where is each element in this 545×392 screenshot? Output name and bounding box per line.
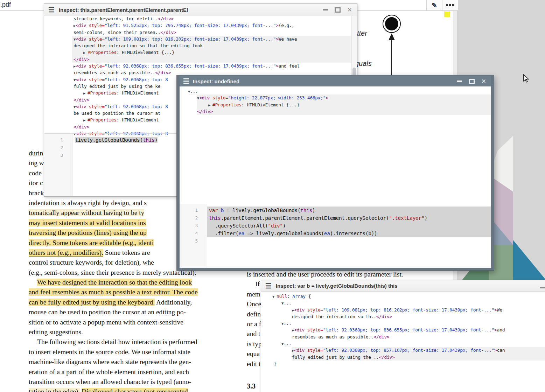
text-token: is typ [247, 340, 262, 348]
text-token: ▶ [208, 103, 212, 107]
text-token: designed the interaction so th.. [292, 314, 376, 319]
tree-node[interactable]: ▼<div style="left: 109.081px; top: 816.2… [72, 36, 352, 42]
text-token: > [276, 63, 279, 69]
tree-node[interactable]: ▼... [281, 340, 545, 347]
dom-tree-pane[interactable]: ▼...▼<div style="height: 22.877px; width… [180, 86, 491, 123]
tree-node[interactable]: ▶ #Properties: HTMLDivElement {...} [197, 102, 491, 108]
window-titlebar[interactable]: ☰ Inspect: var b = lively.getGlobalBound… [261, 280, 545, 292]
text-token: <div [294, 327, 307, 332]
editor-line[interactable]: 3 .querySelectorAll("div") [180, 222, 491, 230]
code-token: => lively.getGlobalBounds( [244, 231, 324, 236]
text-token: : HTMLDivElement {...} [242, 102, 300, 107]
text-token: Disallowed characters (not represented [82, 388, 188, 392]
text-token: ... [190, 89, 198, 94]
text-token: "left: 109.081px; top: 816.202px; font-s… [105, 36, 276, 42]
more-button[interactable] [442, 0, 458, 10]
tree-node[interactable]: } [274, 360, 545, 367]
tree-node[interactable]: ▼... [281, 320, 545, 327]
minimize-button[interactable] [540, 287, 545, 288]
window-titlebar[interactable]: ☰ Inspect: undefined ✕ [180, 76, 491, 86]
text-token: eration of a a part of the whole element… [29, 368, 189, 376]
tree-node[interactable]: </div> [72, 56, 352, 63]
inspector-window-2[interactable]: ☰ Inspect: undefined ✕ ▼...▼<div style="… [177, 75, 494, 271]
tree-node[interactable]: resembles as much as possible..</div> [292, 334, 545, 340]
menu-icon[interactable]: ☰ [183, 78, 189, 85]
paper-text-line: to insert elements in the source code. W… [29, 347, 231, 357]
text-token: "left: 91.5253px; top: 795.748px; font-s… [105, 23, 276, 28]
text-token: </div> [74, 97, 89, 103]
maximize-button[interactable] [335, 7, 341, 13]
tree-node[interactable]: ▼<div style="height: 22.877px; width: 25… [197, 94, 491, 101]
code-token: .querySelectorAll( [209, 223, 268, 229]
text-token: "left: 109.081px; top: 816.202px; font-s… [323, 307, 494, 313]
paper-text-line: The following sections detail how intera… [29, 337, 231, 347]
text-token: <div [76, 77, 89, 82]
code-editor[interactable]: 1var b = lively.getGlobalBounds(this)2th… [180, 204, 491, 268]
text-token: fully edited just by using the .. [292, 355, 379, 360]
text-token: control structure keywords, for deletion… [29, 259, 154, 266]
tree-node[interactable]: designed the interaction so th..</div> [292, 313, 545, 320]
tree-node[interactable]: ▶<div style="left: 91.5253px; top: 795.7… [72, 22, 352, 29]
text-token: </div> [379, 355, 394, 360]
text-token: and [497, 327, 505, 332]
text-token: Array [292, 294, 306, 299]
tree-node[interactable]: ▶ #Properties: HTMLDivElement {...} [72, 49, 352, 56]
maximize-button[interactable] [469, 79, 475, 84]
tree-node[interactable]: ▶<div style="left: 92.0368px; top: 836.6… [72, 63, 352, 69]
text-token: others not (e.g., modifiers). [29, 249, 103, 257]
edit-button[interactable]: ✎ [426, 0, 442, 10]
tree-node[interactable]: semi-colons, since their presen..</div> [72, 29, 352, 36]
code-token: ) [312, 208, 315, 213]
tree-node[interactable]: ▶<div style="left: 92.0368px; top: 857.1… [292, 347, 545, 354]
tree-node[interactable]: ▶<div style="left: 109.081px; top: 816.2… [292, 307, 545, 313]
code-token: ).intersects(b)) [330, 231, 377, 236]
text-token: equa [247, 350, 260, 357]
text-token: traversing the positions (lines) using t… [29, 229, 147, 236]
text-token: and feel resembles as much as possible a… [29, 288, 198, 296]
tree-node[interactable]: ▼... [188, 88, 491, 94]
tree-node[interactable]: designed the interaction so that the edi… [72, 42, 352, 49]
code-text: var b = lively.getGlobalBounds(this) [207, 206, 491, 214]
tree-node[interactable]: ▼... [281, 300, 545, 306]
inspector-window-3[interactable]: ☰ Inspect: var b = lively.getGlobalBound… [261, 280, 545, 392]
close-button[interactable]: ✕ [347, 7, 352, 13]
code-token: this [209, 215, 221, 221]
editor-line[interactable]: 5 [180, 237, 491, 245]
text-token: itor c [29, 179, 43, 187]
tree-node[interactable]: structure keywords, for deleti..</div> [72, 15, 352, 22]
code-token: ea [324, 231, 330, 236]
window-titlebar[interactable]: ☰ Inspect: this.parentElement.parentElem… [44, 4, 357, 16]
code-text: .querySelectorAll("div") [207, 222, 491, 230]
object-tree-pane[interactable]: ▼ null: Array {▼...▶<div style="left: 10… [261, 291, 545, 392]
text-token: be used to position the cursor at [74, 111, 160, 116]
minimize-button[interactable] [323, 9, 328, 10]
line-number: 2 [180, 214, 207, 222]
text-token: defin [247, 310, 261, 318]
edge-line [391, 39, 392, 76]
paper-text-line: mouse can be used to position the cursor… [29, 307, 231, 317]
editor-line[interactable]: 2this.parentElement.parentElement.parent… [180, 214, 491, 222]
tree-node[interactable]: </div> [197, 108, 491, 115]
text-token: durin [29, 149, 43, 157]
selection-handle[interactable] [444, 12, 450, 17]
text-token: The following sections detail how intera… [37, 338, 197, 345]
code-token: b [221, 208, 224, 213]
text-token: edit t [247, 360, 261, 368]
close-button[interactable]: ✕ [481, 78, 486, 84]
text-token: semi-colons, since their presen.. [74, 30, 160, 35]
text-token: </div> [74, 57, 89, 62]
tree-node[interactable]: ▶<div style="left: 92.0368px; top: 836.6… [292, 327, 545, 333]
minimize-button[interactable] [457, 80, 462, 82]
menu-icon[interactable]: ☰ [265, 282, 272, 289]
menu-icon[interactable]: ☰ [48, 6, 55, 13]
text-token: <div [199, 95, 212, 100]
pdf-tab-label[interactable]: 7.pdf [0, 1, 11, 8]
tree-node[interactable]: fully edited just by using the ..</div> [292, 354, 545, 360]
text-token: #Properties [212, 102, 242, 107]
text-token: </div> [74, 124, 89, 130]
editor-line[interactable]: 1var b = lively.getGlobalBounds(this) [180, 206, 491, 214]
text-token: code [29, 169, 42, 177]
tree-node[interactable]: ▼ null: Array { [272, 293, 545, 300]
editor-line[interactable]: 4 .filter(ea => lively.getGlobalBounds(e… [180, 230, 491, 237]
text-token: (e.g., semi-colons, since their presence… [29, 269, 196, 276]
